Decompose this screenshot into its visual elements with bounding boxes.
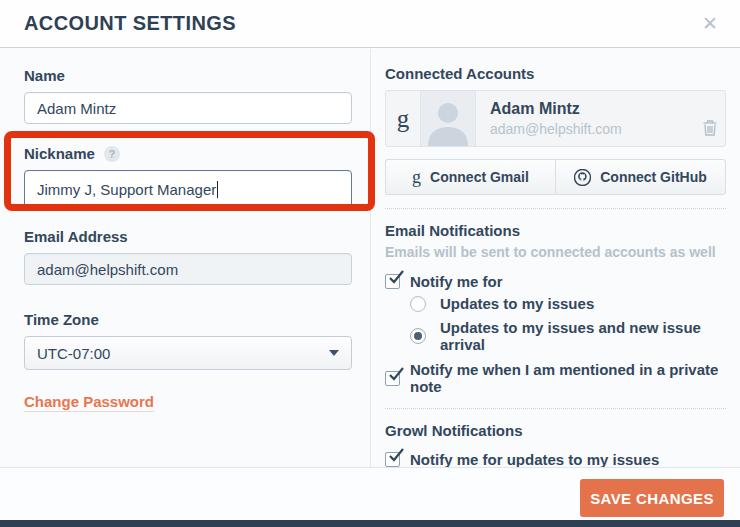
name-label: Name xyxy=(24,67,351,84)
checkbox-checked-icon[interactable] xyxy=(385,274,400,289)
radio-updates-and-new-arrival-label: Updates to my issues and new issue arriv… xyxy=(440,319,726,353)
email-notifications-heading: Email Notifications xyxy=(385,222,726,239)
email-notifications-subtext: Emails will be sent to connected account… xyxy=(385,244,726,260)
connected-account-card: g Adam Mintz adam@helpshift.com xyxy=(385,90,726,147)
modal-body: Name Adam Mintz Nickname ? Jimmy J, Supp… xyxy=(0,49,740,467)
connect-gmail-button[interactable]: g Connect Gmail xyxy=(385,159,555,195)
avatar xyxy=(421,91,476,146)
trash-icon[interactable] xyxy=(703,120,725,146)
section-divider xyxy=(385,208,726,209)
growl-notifications-heading: Growl Notifications xyxy=(385,422,726,439)
checkbox-checked-icon[interactable] xyxy=(385,452,400,467)
email-input-value: adam@helpshift.com xyxy=(37,261,178,278)
email-field-group: Email Address adam@helpshift.com xyxy=(24,228,351,285)
name-input[interactable]: Adam Mintz xyxy=(24,92,352,124)
checkbox-checked-icon[interactable] xyxy=(385,371,400,386)
growl-updates-checkbox-row[interactable]: Notify me for updates to my issues xyxy=(385,451,726,468)
mention-note-label: Notify me when I am mentioned in a priva… xyxy=(410,361,726,395)
notify-me-for-label: Notify me for xyxy=(410,273,503,290)
account-info: Adam Mintz adam@helpshift.com xyxy=(476,91,622,146)
modal-header: ACCOUNT SETTINGS ✕ xyxy=(0,0,740,48)
timezone-select[interactable]: UTC-07:00 xyxy=(24,336,352,370)
notify-me-for-checkbox-row[interactable]: Notify me for xyxy=(385,273,726,290)
radio-unselected-icon[interactable] xyxy=(410,296,426,312)
email-input[interactable]: adam@helpshift.com xyxy=(24,253,352,285)
nickname-label-row: Nickname ? xyxy=(24,145,351,162)
connect-gmail-label: Connect Gmail xyxy=(430,169,529,185)
name-input-value: Adam Mintz xyxy=(37,100,116,117)
help-icon[interactable]: ? xyxy=(104,146,120,162)
save-changes-button[interactable]: SAVE CHANGES xyxy=(580,479,724,517)
profile-column: Name Adam Mintz Nickname ? Jimmy J, Supp… xyxy=(0,49,371,467)
timezone-field-group: Time Zone UTC-07:00 xyxy=(24,311,351,370)
nickname-input-value: Jimmy J, Support Manager xyxy=(37,181,216,198)
radio-updates-my-issues[interactable]: Updates to my issues xyxy=(410,295,726,312)
page-background-bar xyxy=(0,520,740,527)
connect-github-button[interactable]: Connect GitHub xyxy=(555,159,726,195)
name-field-group: Name Adam Mintz xyxy=(24,67,351,124)
chevron-down-icon xyxy=(329,350,339,356)
accounts-notifications-column: Connected Accounts g Adam Mintz adam@hel… xyxy=(371,49,740,467)
gmail-g-icon: g xyxy=(412,167,421,188)
mention-note-checkbox-row[interactable]: Notify me when I am mentioned in a priva… xyxy=(385,361,726,395)
radio-updates-my-issues-label: Updates to my issues xyxy=(440,295,594,312)
account-email: adam@helpshift.com xyxy=(490,121,622,137)
timezone-label: Time Zone xyxy=(24,311,351,328)
modal-title: ACCOUNT SETTINGS xyxy=(24,12,236,35)
account-name: Adam Mintz xyxy=(490,100,622,118)
text-cursor xyxy=(217,181,218,198)
email-label: Email Address xyxy=(24,228,351,245)
change-password-link[interactable]: Change Password xyxy=(24,393,154,412)
google-provider-icon: g xyxy=(386,91,421,146)
modal-footer: SAVE CHANGES xyxy=(0,467,740,520)
nickname-label: Nickname xyxy=(24,145,95,162)
timezone-value: UTC-07:00 xyxy=(37,345,110,362)
nickname-field-group: Nickname ? Jimmy J, Support Manager xyxy=(24,145,351,208)
connected-accounts-heading: Connected Accounts xyxy=(385,65,726,82)
github-icon xyxy=(574,169,591,186)
close-icon[interactable]: ✕ xyxy=(698,12,722,35)
radio-selected-icon[interactable] xyxy=(410,328,426,344)
nickname-input[interactable]: Jimmy J, Support Manager xyxy=(24,170,352,208)
person-silhouette-icon xyxy=(425,96,471,146)
section-divider xyxy=(385,408,726,409)
connect-github-label: Connect GitHub xyxy=(600,169,707,185)
radio-updates-and-new-arrival[interactable]: Updates to my issues and new issue arriv… xyxy=(410,319,726,353)
account-settings-modal: ACCOUNT SETTINGS ✕ Name Adam Mintz Nickn… xyxy=(0,0,740,527)
notify-radio-group: Updates to my issues Updates to my issue… xyxy=(410,295,726,353)
connect-buttons-row: g Connect Gmail Connect GitHub xyxy=(385,159,726,195)
growl-updates-label: Notify me for updates to my issues xyxy=(410,451,659,468)
